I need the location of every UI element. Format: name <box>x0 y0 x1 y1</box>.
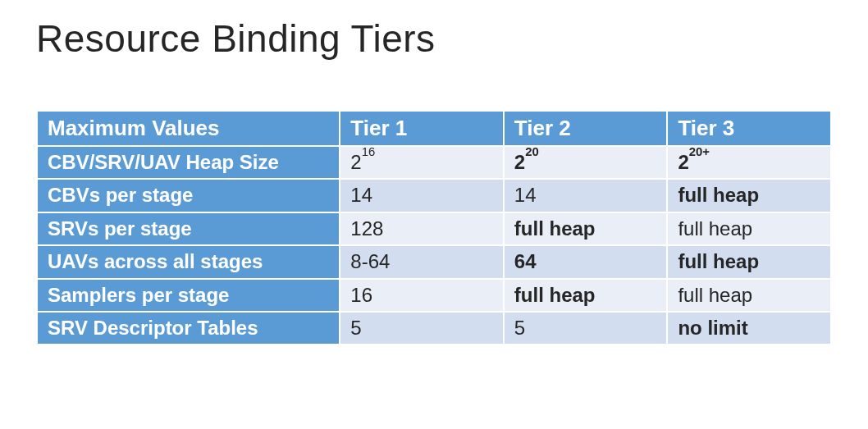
table-row: UAVs across all stages8-6464full heap <box>37 245 831 278</box>
cell-tier1: 14 <box>340 179 504 212</box>
table-header-row: Maximum Values Tier 1 Tier 2 Tier 3 <box>37 111 831 146</box>
row-label: SRVs per stage <box>37 212 340 245</box>
table-row: CBV/SRV/UAV Heap Size216220220+ <box>37 146 831 179</box>
table-body: CBV/SRV/UAV Heap Size216220220+CBVs per … <box>37 146 831 345</box>
page-title: Resource Binding Tiers <box>36 16 834 61</box>
col-header-label: Maximum Values <box>37 111 340 146</box>
cell-tier3: full heap <box>667 279 831 312</box>
row-label: SRV Descriptor Tables <box>37 312 340 345</box>
col-header-tier2: Tier 2 <box>504 111 668 146</box>
cell-tier2: 64 <box>504 245 668 278</box>
col-header-tier1: Tier 1 <box>340 111 504 146</box>
cell-tier1: 8-64 <box>340 245 504 278</box>
table-row: CBVs per stage1414full heap <box>37 179 831 212</box>
cell-tier3: full heap <box>667 245 831 278</box>
cell-tier2: full heap <box>504 212 668 245</box>
cell-tier3: full heap <box>667 212 831 245</box>
cell-tier1: 128 <box>340 212 504 245</box>
cell-tier1: 16 <box>340 279 504 312</box>
cell-tier2: 14 <box>504 179 668 212</box>
cell-tier2: full heap <box>504 279 668 312</box>
col-header-tier3: Tier 3 <box>667 111 831 146</box>
cell-tier2: 220 <box>504 146 668 179</box>
table-row: SRVs per stage128full heapfull heap <box>37 212 831 245</box>
cell-tier1: 216 <box>340 146 504 179</box>
cell-tier3: no limit <box>667 312 831 345</box>
cell-tier3: full heap <box>667 179 831 212</box>
table-row: Samplers per stage16full heapfull heap <box>37 279 831 312</box>
row-label: Samplers per stage <box>37 279 340 312</box>
cell-tier3: 220+ <box>667 146 831 179</box>
table-row: SRV Descriptor Tables55no limit <box>37 312 831 345</box>
slide: Resource Binding Tiers Maximum Values Ti… <box>0 0 868 378</box>
row-label: UAVs across all stages <box>37 245 340 278</box>
row-label: CBVs per stage <box>37 179 340 212</box>
tiers-table: Maximum Values Tier 1 Tier 2 Tier 3 CBV/… <box>36 110 832 345</box>
cell-tier2: 5 <box>504 312 668 345</box>
row-label: CBV/SRV/UAV Heap Size <box>37 146 340 179</box>
cell-tier1: 5 <box>340 312 504 345</box>
